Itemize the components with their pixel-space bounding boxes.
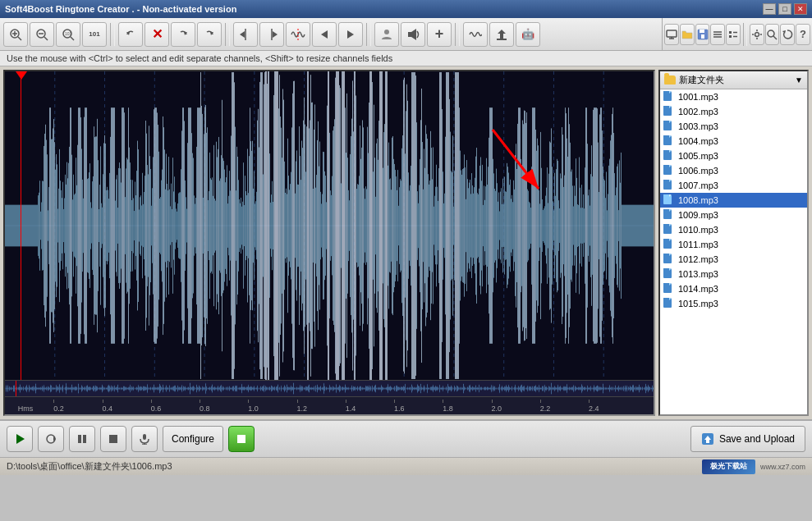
hint-text: Use the mouse with <Ctrl> to select and … [7,53,392,63]
file-list[interactable]: 1001.mp31002.mp31003.mp31004.mp31005.mp3… [660,89,807,414]
redo2-button[interactable] [197,22,222,47]
list-view-button[interactable] [710,24,725,45]
time-label: 1.6 [394,404,405,413]
cut-right-button[interactable] [259,22,284,47]
export-button[interactable] [489,22,514,47]
panel-toolbar: ? [662,18,812,51]
stop-button[interactable] [100,426,126,452]
timeline: Hms0.20.40.60.81.01.21.41.61.82.02.22.4 [5,396,654,414]
save-file-button[interactable] [695,24,710,45]
file-item[interactable]: 1015.mp3 [660,296,807,311]
audio-out-button[interactable] [401,22,425,47]
svg-line-5 [44,37,48,40]
minimize-button[interactable]: — [763,3,776,15]
play-button[interactable] [7,426,33,452]
file-item[interactable]: 1011.mp3 [660,237,807,252]
file-item[interactable]: 1003.mp3 [660,119,807,134]
file-item[interactable]: 1004.mp3 [660,134,807,149]
folder-header: 新建文件夹 ▼ [660,71,807,89]
file-name: 1012.mp3 [678,254,718,264]
status-bar: D:\tools\桌面\office\新建文件夹\1006.mp3 极光下载站 … [0,457,812,475]
time-label: 1.4 [346,404,356,413]
zoom-in-button[interactable] [3,22,28,47]
refresh-button[interactable] [780,24,795,45]
file-item[interactable]: 1005.mp3 [660,149,807,163]
file-name: 1013.mp3 [678,269,718,279]
prev-mark-button[interactable] [312,22,337,47]
svg-rect-29 [700,30,704,33]
wave-display-button[interactable] [463,22,488,47]
add-button[interactable]: + [427,22,452,47]
file-item[interactable]: 1014.mp3 [660,281,807,296]
person-button[interactable] [374,22,399,47]
svg-marker-18 [321,30,328,39]
search-button[interactable] [765,24,780,45]
settings-button[interactable] [750,24,764,45]
main-content: Hms0.20.40.60.81.01.21.41.61.82.02.22.4 … [0,66,812,419]
mic-button[interactable] [131,426,158,452]
close-button[interactable]: ✕ [794,3,807,15]
svg-rect-52 [143,434,146,440]
file-item[interactable]: 1009.mp3 [660,208,807,222]
window-title: Soft4Boost Ringtone Creator . - Non-acti… [5,4,236,14]
file-item[interactable]: 1008.mp3 [660,193,807,208]
file-item[interactable]: 1002.mp3 [660,104,807,119]
monitor-button[interactable] [664,24,679,45]
next-mark-button[interactable] [338,22,363,47]
status-logo-area: 极光下载站 www.xz7.com [702,459,805,474]
waveform-canvas [5,71,654,380]
counter-button[interactable]: 101 [82,22,107,47]
file-panel: 新建文件夹 ▼ 1001.mp31002.mp31003.mp31004.mp3… [658,70,809,416]
svg-rect-51 [109,435,117,443]
title-bar: Soft4Boost Ringtone Creator . - Non-acti… [0,0,812,18]
cut-left-button[interactable] [233,22,258,47]
svg-point-43 [768,30,774,37]
file-item[interactable]: 1006.mp3 [660,163,807,178]
file-name: 1007.mp3 [678,181,718,190]
folder-open-button[interactable] [680,24,695,45]
folder-name: 新建文件夹 [679,74,791,86]
pause-button[interactable] [69,426,95,452]
file-item[interactable]: 1012.mp3 [660,252,807,267]
logo-box: 极光下载站 [702,459,755,474]
record-button[interactable] [228,426,255,452]
file-item[interactable]: 1013.mp3 [660,267,807,281]
time-label: 1.8 [443,404,453,413]
svg-rect-50 [83,435,86,443]
time-label: 2.4 [589,404,599,413]
waveform-panel: Hms0.20.40.60.81.01.21.41.61.82.02.22.4 [3,70,655,416]
svg-point-39 [756,30,758,31]
overview-scrollbar[interactable] [5,380,654,396]
file-item[interactable]: 1001.mp3 [660,89,807,104]
configure-button[interactable]: Configure [163,426,223,452]
robot-button[interactable]: 🤖 [516,22,540,47]
file-name: 1006.mp3 [678,166,718,176]
delete-button[interactable]: ✕ [145,22,169,47]
zoom-fit-button[interactable]: 101 [56,22,80,47]
cut-waves-button[interactable] [286,22,310,47]
svg-marker-22 [411,29,416,40]
configure-label: Configure [172,433,214,445]
svg-line-44 [773,36,777,39]
waveform-display[interactable] [5,71,654,380]
file-item[interactable]: 1010.mp3 [660,222,807,237]
loop-button[interactable] [38,426,64,452]
svg-marker-46 [16,434,25,444]
help-button[interactable]: ? [796,24,810,45]
maximize-button[interactable]: □ [778,3,791,15]
save-upload-label: Save and Upload [719,433,795,445]
detail-view-button[interactable] [726,24,741,45]
redo-button[interactable] [171,22,195,47]
save-upload-button[interactable]: Save and Upload [690,426,805,452]
folder-icon [664,75,676,85]
folder-dropdown-arrow[interactable]: ▼ [795,75,803,85]
file-name: 1002.mp3 [678,107,718,117]
svg-marker-23 [498,30,506,39]
file-name: 1009.mp3 [678,210,718,220]
zoom-out-button[interactable] [30,22,54,47]
main-toolbar: 101 101 ✕ [0,18,662,51]
svg-text:101: 101 [65,31,72,36]
svg-marker-19 [347,30,354,39]
undo-button[interactable] [118,22,143,47]
file-item[interactable]: 1007.mp3 [660,178,807,193]
